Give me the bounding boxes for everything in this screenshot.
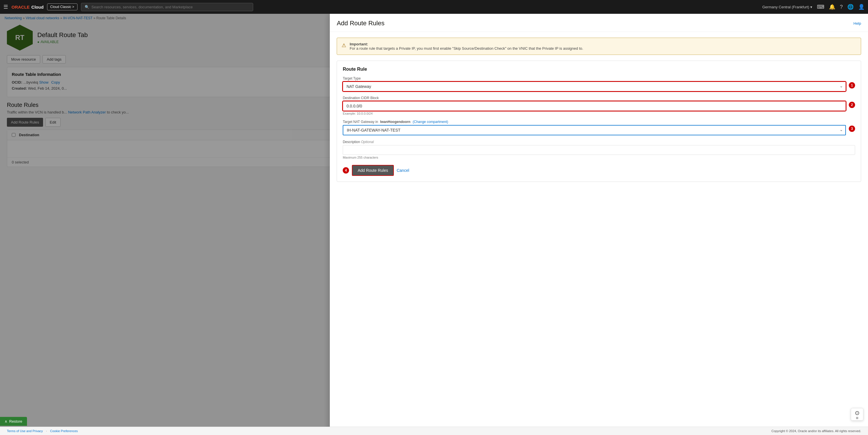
target-label-row: Target NAT Gateway in IwanHoogendoorn (C… [343,120,846,124]
route-rule-card-title: Route Rule [343,67,855,72]
warning-text: Important: For a route rule that targets… [350,42,583,51]
cloud-text: Cloud [31,5,43,9]
nat-gateway-select-wrapper: IH-NAT-GATEWAY-NAT-TEST [343,125,846,135]
warning-heading: Important: [350,42,368,46]
add-route-rules-modal: Add Route Rules Help ⚠ Important: For a … [330,14,868,167]
destination-cidr-group: Destination CIDR Block Example: 10.0.0.0… [343,96,855,115]
warning-box: ⚠ Important: For a route rule that targe… [337,38,861,55]
modal-body: ⚠ Important: For a route rule that targe… [330,32,868,167]
cloud-classic-button[interactable]: Cloud Classic > [47,3,78,10]
search-icon: 🔍 [85,5,89,9]
nat-gateway-select[interactable]: IH-NAT-GATEWAY-NAT-TEST [343,125,846,135]
target-type-label: Target Type [343,77,846,81]
bell-icon[interactable]: 🔔 [829,4,835,10]
search-input[interactable] [92,5,249,9]
modal-title: Add Route Rules [337,20,384,27]
change-compartment-link[interactable]: (Change compartment) [413,120,448,124]
code-icon[interactable]: ⌨ [817,4,825,10]
description-hint: Maximum 255 characters [343,156,855,159]
search-bar[interactable]: 🔍 [81,3,253,11]
step-1-badge: 1 [849,82,855,88]
top-navigation: ☰ ORACLE Cloud Cloud Classic > 🔍 Germany… [0,0,868,14]
description-label: Description Optional [343,140,855,144]
description-input[interactable] [343,145,855,155]
form-actions: 4 Add Route Rules Cancel [343,165,855,167]
chevron-down-icon: ▾ [810,5,812,9]
modal-header: Add Route Rules Help [330,14,868,32]
region-selector[interactable]: Germany Central (Frankfurt) ▾ [763,5,812,9]
step-3-badge: 3 [849,125,855,132]
warning-icon: ⚠ [342,42,346,51]
add-route-rules-submit-button[interactable]: Add Route Rules [352,165,394,167]
description-group: Description Optional Maximum 255 charact… [343,140,855,159]
route-rule-card: Route Rule Target Type NAT Gateway 1 Des… [337,61,861,167]
profile-icon[interactable]: 👤 [858,4,865,10]
region-label: Germany Central (Frankfurt) [763,5,809,9]
destination-cidr-hint: Example: 10.0.0.0/24 [343,112,846,115]
globe-icon[interactable]: 🌐 [847,4,854,10]
nat-gateway-group: Target NAT Gateway in IwanHoogendoorn (C… [343,120,855,135]
description-optional: Optional [361,140,374,144]
help-icon[interactable]: ? [840,4,843,10]
target-type-select-wrapper: NAT Gateway [343,82,846,91]
modal-help-link[interactable]: Help [854,21,861,26]
nav-right: Germany Central (Frankfurt) ▾ ⌨ 🔔 ? 🌐 👤 [763,4,865,10]
oracle-text: ORACLE [11,5,30,9]
cloud-classic-label: Cloud Classic > [50,5,74,9]
target-type-group: Target Type NAT Gateway 1 [343,77,855,91]
target-nat-label: Target NAT Gateway in IwanHoogendoorn [343,120,410,124]
menu-hamburger-icon[interactable]: ☰ [3,4,8,10]
target-type-select[interactable]: NAT Gateway [343,82,846,91]
step-2-badge: 2 [849,102,855,108]
warning-body: For a route rule that targets a Private … [350,46,583,51]
destination-cidr-label: Destination CIDR Block [343,96,846,100]
compartment-name: IwanHoogendoorn [380,120,410,124]
destination-cidr-input[interactable] [343,101,846,111]
oracle-logo: ORACLE Cloud [11,5,43,9]
